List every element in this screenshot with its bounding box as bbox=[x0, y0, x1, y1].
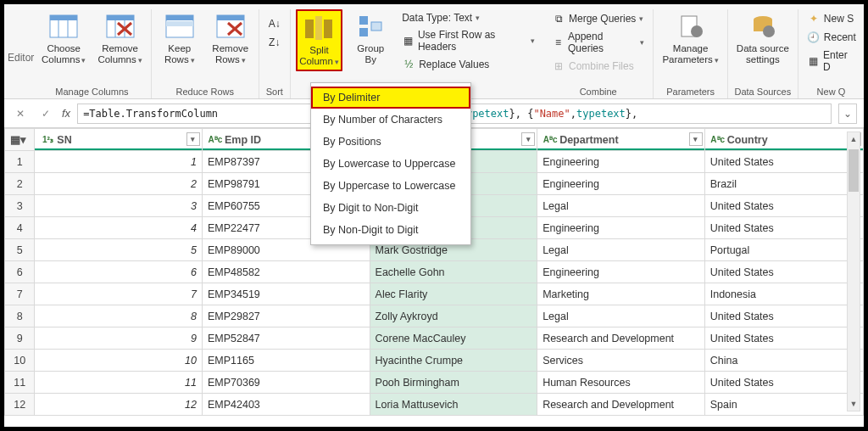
cell-department[interactable]: Engineering bbox=[537, 151, 705, 173]
group-by-button[interactable]: Group By bbox=[348, 9, 393, 67]
cell-country[interactable]: China bbox=[704, 350, 863, 372]
cell-country[interactable]: United States bbox=[704, 327, 863, 350]
cell-sn[interactable]: 12 bbox=[35, 394, 203, 416]
cell-sn[interactable]: 8 bbox=[35, 305, 203, 327]
cell-department[interactable]: Engineering bbox=[537, 217, 705, 239]
menu-item-by-delimiter[interactable]: By Delimiter bbox=[311, 87, 470, 109]
cell-name[interactable]: Alec Flarity bbox=[370, 283, 537, 305]
cell-country[interactable]: United States bbox=[704, 195, 863, 217]
col-header-sn[interactable]: 1²₃SN▾ bbox=[35, 129, 203, 151]
cell-sn[interactable]: 2 bbox=[35, 173, 203, 195]
sort-asc-button[interactable]: A↓ bbox=[264, 16, 285, 31]
cell-name[interactable]: Eachelle Gohn bbox=[370, 261, 537, 283]
cell-emp-id[interactable]: EMP70369 bbox=[202, 372, 370, 394]
scroll-down-button[interactable]: ▼ bbox=[848, 397, 860, 411]
cell-name[interactable]: Loria Mattusevich bbox=[370, 394, 537, 416]
cell-sn[interactable]: 1 bbox=[35, 151, 203, 173]
data-source-settings-button[interactable]: Data source settings bbox=[733, 9, 793, 67]
choose-columns-button[interactable]: Choose Columns bbox=[38, 9, 89, 68]
table-row[interactable]: 99EMP52847Corene MacCauleyResearch and D… bbox=[5, 327, 864, 350]
cell-country[interactable]: Spain bbox=[704, 394, 863, 416]
cell-country[interactable]: United States bbox=[704, 372, 863, 394]
recent-sources-button[interactable]: 🕘Recent bbox=[804, 30, 860, 45]
cell-emp-id[interactable]: EMP34519 bbox=[202, 283, 370, 305]
cell-sn[interactable]: 7 bbox=[35, 283, 203, 305]
cell-department[interactable]: Human Resources bbox=[537, 372, 705, 394]
cell-country[interactable]: United States bbox=[704, 217, 863, 239]
formula-cancel-button[interactable]: ✕ bbox=[11, 104, 30, 123]
cell-department[interactable]: Research and Development bbox=[537, 327, 705, 350]
cell-department[interactable]: Engineering bbox=[537, 261, 705, 283]
cell-department[interactable]: Marketing bbox=[537, 283, 705, 305]
cell-sn[interactable]: 4 bbox=[35, 217, 203, 239]
col-filter-button[interactable]: ▾ bbox=[521, 132, 535, 146]
scroll-thumb[interactable] bbox=[849, 149, 859, 192]
remove-rows-button[interactable]: Remove Rows bbox=[208, 9, 253, 68]
group-label-new-query: New Q bbox=[804, 85, 859, 97]
cell-country[interactable]: Indonesia bbox=[704, 283, 863, 305]
merge-queries-button[interactable]: ⧉Merge Queries ▾ bbox=[548, 11, 648, 26]
cell-sn[interactable]: 11 bbox=[35, 372, 203, 394]
col-filter-button[interactable]: ▾ bbox=[186, 132, 200, 146]
col-header-department[interactable]: AᴮcDepartment▾ bbox=[537, 129, 705, 151]
table-corner-button[interactable]: ▦▾ bbox=[5, 129, 35, 151]
menu-item-by-num-chars[interactable]: By Number of Characters bbox=[311, 109, 470, 131]
cell-name[interactable]: Corene MacCauley bbox=[370, 327, 537, 350]
first-row-headers-button[interactable]: ▦Use First Row as Headers ▾ bbox=[398, 28, 538, 53]
cell-sn[interactable]: 6 bbox=[35, 261, 203, 283]
row-number: 1 bbox=[5, 151, 35, 173]
sort-desc-button[interactable]: Z↓ bbox=[264, 35, 285, 50]
cell-name[interactable]: Zolly Aykroyd bbox=[370, 305, 537, 327]
cell-name[interactable]: Hyacinthe Crumpe bbox=[370, 350, 537, 372]
table-row[interactable]: 1212EMP42403Loria MattusevichResearch an… bbox=[5, 394, 864, 416]
group-label-reduce-rows: Reduce Rows bbox=[157, 85, 253, 97]
menu-item-digit-to-non[interactable]: By Digit to Non-Digit bbox=[311, 197, 470, 219]
table-row[interactable]: 88EMP29827Zolly AykroydLegalUnited State… bbox=[5, 305, 864, 327]
remove-columns-button[interactable]: Remove Columns bbox=[94, 9, 145, 68]
menu-item-by-positions[interactable]: By Positions bbox=[311, 131, 470, 153]
cell-emp-id[interactable]: EMP1165 bbox=[202, 350, 370, 372]
new-source-button[interactable]: ✦New S bbox=[804, 11, 860, 26]
append-queries-button[interactable]: ≡Append Queries ▾ bbox=[548, 30, 648, 55]
table-row[interactable]: 1111EMP70369Pooh BirminghamHuman Resourc… bbox=[5, 372, 864, 394]
cell-sn[interactable]: 5 bbox=[35, 239, 203, 261]
manage-parameters-button[interactable]: Manage Parameters bbox=[659, 9, 721, 68]
cell-emp-id[interactable]: EMP52847 bbox=[202, 327, 370, 350]
cell-emp-id[interactable]: EMP48582 bbox=[202, 261, 370, 283]
menu-item-lower-to-upper[interactable]: By Lowercase to Uppercase bbox=[311, 153, 470, 175]
split-column-button[interactable]: Split Column bbox=[296, 9, 342, 71]
scroll-up-button[interactable]: ▲ bbox=[848, 132, 860, 146]
cell-emp-id[interactable]: EMP42403 bbox=[202, 394, 370, 416]
vertical-scrollbar[interactable]: ▲ ▼ bbox=[847, 132, 860, 411]
formula-expand-button[interactable]: ⌄ bbox=[838, 104, 857, 124]
cell-country[interactable]: United States bbox=[704, 305, 863, 327]
keep-rows-button[interactable]: Keep Rows bbox=[157, 9, 203, 68]
enter-data-button[interactable]: ▦Enter D bbox=[804, 48, 860, 74]
cell-country[interactable]: Portugal bbox=[704, 239, 863, 261]
cell-department[interactable]: Legal bbox=[537, 239, 705, 261]
cell-sn[interactable]: 10 bbox=[35, 350, 203, 372]
cell-sn[interactable]: 9 bbox=[35, 327, 203, 350]
cell-emp-id[interactable]: EMP29827 bbox=[202, 305, 370, 327]
check-icon: ✓ bbox=[42, 108, 50, 120]
data-type-dropdown[interactable]: Data Type: Text ▾ bbox=[398, 11, 538, 25]
cell-department[interactable]: Services bbox=[537, 350, 705, 372]
col-filter-button[interactable]: ▾ bbox=[689, 132, 703, 146]
col-header-country[interactable]: AᴮcCountry▾ bbox=[704, 129, 863, 151]
cell-department[interactable]: Engineering bbox=[537, 173, 705, 195]
cell-country[interactable]: Brazil bbox=[704, 173, 863, 195]
cell-department[interactable]: Research and Development bbox=[537, 394, 705, 416]
cell-country[interactable]: United States bbox=[704, 151, 863, 173]
table-row[interactable]: 66EMP48582Eachelle GohnEngineeringUnited… bbox=[5, 261, 864, 283]
replace-values-button[interactable]: ½Replace Values bbox=[398, 57, 538, 72]
cell-department[interactable]: Legal bbox=[537, 305, 705, 327]
menu-item-upper-to-lower[interactable]: By Uppercase to Lowercase bbox=[311, 175, 470, 197]
formula-commit-button[interactable]: ✓ bbox=[36, 104, 55, 123]
cell-department[interactable]: Legal bbox=[537, 195, 705, 217]
cell-sn[interactable]: 3 bbox=[35, 195, 203, 217]
cell-name[interactable]: Pooh Birmingham bbox=[370, 372, 537, 394]
table-row[interactable]: 77EMP34519Alec FlarityMarketingIndonesia bbox=[5, 283, 864, 305]
table-row[interactable]: 1010EMP1165Hyacinthe CrumpeServicesChina bbox=[5, 350, 864, 372]
menu-item-non-to-digit[interactable]: By Non-Digit to Digit bbox=[311, 219, 470, 241]
cell-country[interactable]: United States bbox=[704, 261, 863, 283]
